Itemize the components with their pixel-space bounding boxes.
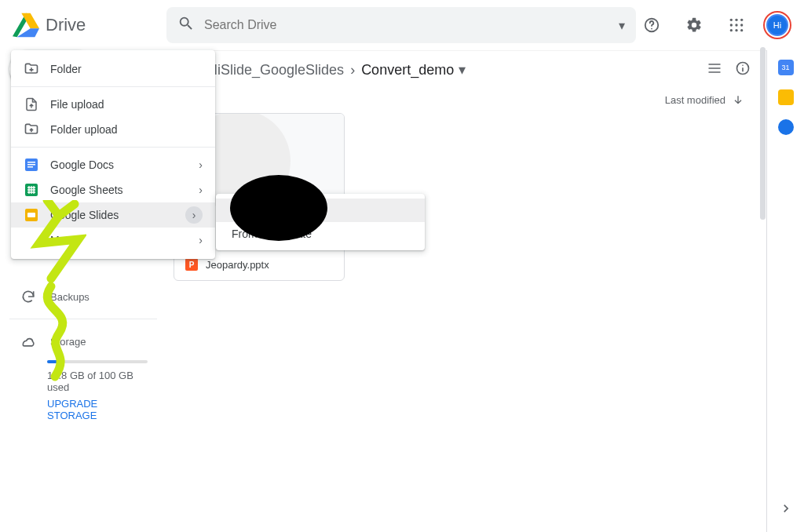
svg-point-1 xyxy=(651,28,652,30)
svg-point-13 xyxy=(742,64,744,66)
slides-icon xyxy=(24,207,39,223)
show-side-panel-button[interactable] xyxy=(778,501,794,519)
svg-point-7 xyxy=(740,24,743,26)
upgrade-storage-link[interactable]: UPGRADE STORAGE xyxy=(47,398,148,421)
sort-control[interactable]: Last modified xyxy=(166,89,766,114)
right-side-panel: 31 xyxy=(766,50,804,532)
file-name: Jeopardy.pptx xyxy=(206,259,269,271)
menu-item-folder[interactable]: Folder xyxy=(11,56,215,82)
scrollbar[interactable] xyxy=(757,47,766,532)
submenu-blank-presentation[interactable]: Blank presentation xyxy=(216,199,425,222)
svg-point-5 xyxy=(730,24,733,26)
file-upload-icon xyxy=(24,97,39,112)
sheets-icon xyxy=(24,182,39,198)
chevron-right-icon: › xyxy=(199,184,203,196)
folder-plus-icon xyxy=(24,61,39,77)
app-name: Drive xyxy=(46,15,86,35)
breadcrumb-current[interactable]: Convert_demo ▾ xyxy=(361,61,466,78)
menu-item-google-slides[interactable]: Google Slides › xyxy=(11,202,215,228)
chevron-right-icon: › xyxy=(185,206,203,224)
svg-rect-20 xyxy=(27,213,35,217)
apps-button[interactable] xyxy=(721,9,752,41)
info-button[interactable] xyxy=(735,60,751,79)
avatar-initials: Hi xyxy=(766,14,788,36)
breadcrumb: e › HiSlide_GoogleSlides › Convert_demo … xyxy=(166,51,766,89)
search-input[interactable] xyxy=(204,18,619,32)
sidebar-item-label: Storage xyxy=(50,336,86,348)
settings-button[interactable] xyxy=(678,9,710,41)
calendar-addon-icon[interactable]: 31 xyxy=(778,60,794,75)
sidebar-item-backups[interactable]: Backups xyxy=(9,282,157,311)
header-actions: Hi xyxy=(636,9,791,41)
chevron-right-icon xyxy=(778,501,794,516)
help-icon xyxy=(643,16,660,34)
svg-point-10 xyxy=(740,29,743,31)
menu-item-google-docs[interactable]: Google Docs › xyxy=(11,152,215,177)
storage-meter: 16.8 GB of 100 GB used UPGRADE STORAGE xyxy=(9,355,157,421)
menu-item-google-sheets[interactable]: Google Sheets › xyxy=(11,177,215,202)
gear-icon xyxy=(685,16,703,34)
svg-rect-17 xyxy=(27,166,33,168)
app-header: Drive ▾ Hi xyxy=(0,0,804,50)
svg-point-4 xyxy=(740,19,743,21)
sort-label: Last modified xyxy=(665,94,725,106)
breadcrumb-item[interactable]: HiSlide_GoogleSlides xyxy=(207,62,344,78)
menu-item-folder-upload[interactable]: Folder upload xyxy=(11,117,215,142)
search-bar[interactable]: ▾ xyxy=(166,7,636,43)
folder-upload-icon xyxy=(24,122,39,137)
apps-grid-icon xyxy=(729,17,744,33)
sidebar-item-storage[interactable]: Storage xyxy=(9,327,157,355)
submenu-from-template[interactable]: From a template xyxy=(216,222,425,246)
tasks-addon-icon[interactable] xyxy=(778,119,794,135)
account-avatar[interactable]: Hi xyxy=(763,11,791,39)
arrow-down-icon xyxy=(732,93,744,106)
svg-point-6 xyxy=(735,24,737,26)
logo[interactable]: Drive xyxy=(13,12,166,38)
chevron-right-icon: › xyxy=(350,62,355,78)
list-view-button[interactable] xyxy=(707,60,722,79)
svg-point-2 xyxy=(730,19,733,21)
svg-rect-16 xyxy=(27,164,35,166)
help-button[interactable] xyxy=(636,9,667,41)
new-context-menu: Folder File upload Folder upload Google … xyxy=(11,50,215,259)
search-options-caret-icon[interactable]: ▾ xyxy=(619,18,625,33)
list-view-icon xyxy=(707,60,722,76)
svg-point-9 xyxy=(735,29,737,31)
chevron-right-icon: › xyxy=(199,159,203,171)
menu-item-file-upload[interactable]: File upload xyxy=(11,92,215,117)
svg-rect-15 xyxy=(27,162,35,163)
menu-item-more[interactable]: More › xyxy=(11,228,215,253)
svg-point-3 xyxy=(735,19,737,21)
keep-addon-icon[interactable] xyxy=(778,89,794,105)
storage-usage-text: 16.8 GB of 100 GB used xyxy=(47,370,148,393)
info-icon xyxy=(735,60,751,76)
search-icon xyxy=(177,15,195,35)
slides-submenu: Blank presentation From a template xyxy=(216,194,425,250)
drive-logo-icon xyxy=(13,12,39,38)
docs-icon xyxy=(24,157,39,173)
backups-icon xyxy=(20,289,36,304)
chevron-down-icon: ▾ xyxy=(459,61,466,78)
sidebar-item-label: Backups xyxy=(50,291,90,303)
chevron-right-icon: › xyxy=(199,234,203,246)
storage-icon xyxy=(20,333,36,349)
powerpoint-file-icon: P xyxy=(185,258,198,271)
svg-point-8 xyxy=(730,29,733,31)
